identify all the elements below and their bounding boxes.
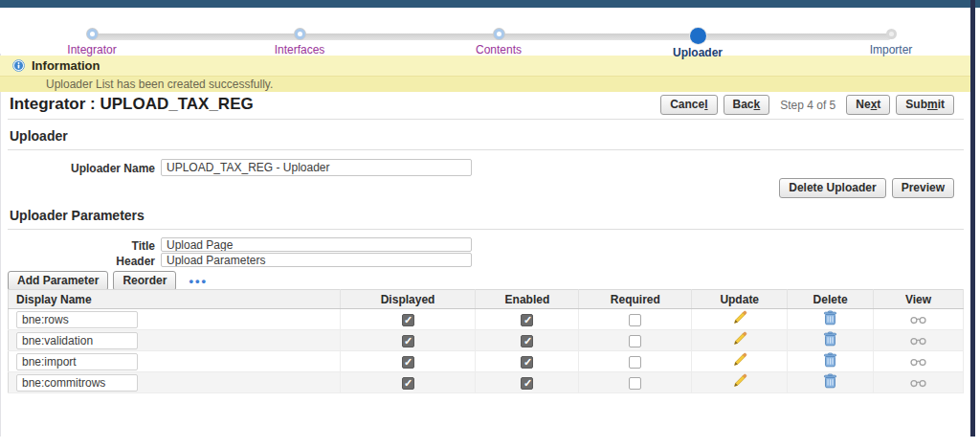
table-header-row: Display Name Displayed Enabled Required … xyxy=(9,290,964,309)
view-glasses-icon[interactable] xyxy=(910,358,926,367)
train-step-integrator[interactable]: Integrator xyxy=(25,29,159,56)
enabled-checkbox[interactable] xyxy=(521,377,533,390)
col-display-name: Display Name xyxy=(9,290,341,309)
display-name-input[interactable] xyxy=(16,374,138,392)
uploader-section-divider xyxy=(8,149,964,150)
col-update: Update xyxy=(692,290,788,309)
required-checkbox[interactable] xyxy=(629,356,641,369)
next-button[interactable]: Next xyxy=(846,95,890,115)
required-checkbox[interactable] xyxy=(629,314,641,326)
uploader-name-input[interactable] xyxy=(161,159,472,176)
table-row xyxy=(9,351,964,372)
train-step-uploader: Uploader xyxy=(631,29,765,59)
title-input[interactable] xyxy=(161,237,472,252)
enabled-checkbox[interactable] xyxy=(521,356,533,369)
required-checkbox[interactable] xyxy=(629,377,641,390)
displayed-checkbox[interactable] xyxy=(402,356,414,369)
header-label: Header xyxy=(0,255,155,268)
submit-button[interactable]: Submit xyxy=(896,95,954,115)
header-input[interactable] xyxy=(161,253,472,267)
wizard-train: Integrator Interfaces Contents Uploader … xyxy=(0,8,970,54)
wizard-action-buttons: Cancel Back Step 4 of 5 Next Submit xyxy=(660,95,954,115)
info-banner: Information Uploader List has been creat… xyxy=(0,56,970,93)
train-step-contents[interactable]: Contents xyxy=(432,29,566,56)
update-pencil-icon[interactable] xyxy=(732,310,747,325)
more-actions-icon[interactable]: ••• xyxy=(189,274,208,288)
enabled-checkbox[interactable] xyxy=(521,314,533,326)
page-title: Integrator : UPLOAD_TAX_REG xyxy=(10,95,254,114)
display-name-input[interactable] xyxy=(16,332,138,349)
train-step-interfaces[interactable]: Interfaces xyxy=(233,29,367,56)
update-pencil-icon[interactable] xyxy=(732,352,747,368)
enabled-checkbox[interactable] xyxy=(521,335,533,347)
title-label: Title xyxy=(0,239,155,253)
parameters-toolbar: Add Parameter Reorder ••• xyxy=(8,271,208,291)
delete-trash-icon[interactable] xyxy=(823,352,837,368)
window-top-border xyxy=(0,0,980,8)
title-divider xyxy=(8,119,964,120)
reorder-button[interactable]: Reorder xyxy=(113,271,176,291)
col-delete: Delete xyxy=(788,290,874,309)
train-step-importer: Importer xyxy=(824,29,958,56)
display-name-input[interactable] xyxy=(16,311,138,328)
table-row xyxy=(9,309,964,330)
uploader-section-buttons: Delete Uploader Preview xyxy=(779,178,954,198)
displayed-checkbox[interactable] xyxy=(402,335,414,347)
step-current-circle-icon xyxy=(690,28,706,44)
col-view: View xyxy=(874,290,964,309)
banner-message: Uploader List has been created successfu… xyxy=(0,77,970,92)
web-adi-uploader-page: Integrator Interfaces Contents Uploader … xyxy=(0,0,980,448)
uploader-section-heading: Uploader xyxy=(10,128,68,144)
step-visited-circle-icon xyxy=(494,29,504,39)
step-visited-circle-icon xyxy=(295,29,305,39)
col-displayed: Displayed xyxy=(340,290,476,309)
uploader-name-label: Uploader Name xyxy=(0,162,155,175)
col-required: Required xyxy=(579,290,692,309)
train-step-label[interactable]: Interfaces xyxy=(275,43,325,56)
update-pencil-icon[interactable] xyxy=(732,373,747,389)
train-step-label: Uploader xyxy=(673,46,723,59)
displayed-checkbox[interactable] xyxy=(402,314,414,326)
train-step-label[interactable]: Integrator xyxy=(67,43,116,56)
displayed-checkbox[interactable] xyxy=(402,377,414,390)
preview-button[interactable]: Preview xyxy=(892,178,954,198)
table-row xyxy=(9,330,964,351)
delete-trash-icon[interactable] xyxy=(823,373,837,389)
step-indicator: Step 4 of 5 xyxy=(780,99,835,112)
banner-title: Information xyxy=(32,58,100,73)
required-checkbox[interactable] xyxy=(629,335,641,347)
col-enabled: Enabled xyxy=(476,290,579,309)
step-visited-circle-icon xyxy=(87,29,98,39)
table-row xyxy=(9,372,964,393)
window-right-border xyxy=(970,0,975,437)
add-parameter-button[interactable]: Add Parameter xyxy=(8,271,108,291)
view-glasses-icon[interactable] xyxy=(910,337,926,346)
train-step-label[interactable]: Contents xyxy=(476,43,522,56)
train-step-label: Importer xyxy=(870,43,913,56)
parameters-section-divider xyxy=(8,229,964,230)
info-icon xyxy=(12,59,25,72)
view-glasses-icon[interactable] xyxy=(910,379,926,388)
cancel-button[interactable]: Cancel xyxy=(660,95,717,115)
parameters-table: Display Name Displayed Enabled Required … xyxy=(8,289,964,393)
delete-trash-icon[interactable] xyxy=(823,310,837,325)
parameters-section-heading: Uploader Parameters xyxy=(10,208,145,223)
delete-uploader-button[interactable]: Delete Uploader xyxy=(779,178,885,198)
step-future-circle-icon xyxy=(886,29,897,39)
view-glasses-icon[interactable] xyxy=(910,316,926,325)
info-banner-header: Information xyxy=(0,56,970,77)
update-pencil-icon[interactable] xyxy=(732,331,747,347)
delete-trash-icon[interactable] xyxy=(823,331,837,347)
display-name-input[interactable] xyxy=(16,353,138,370)
back-button[interactable]: Back xyxy=(724,95,770,115)
